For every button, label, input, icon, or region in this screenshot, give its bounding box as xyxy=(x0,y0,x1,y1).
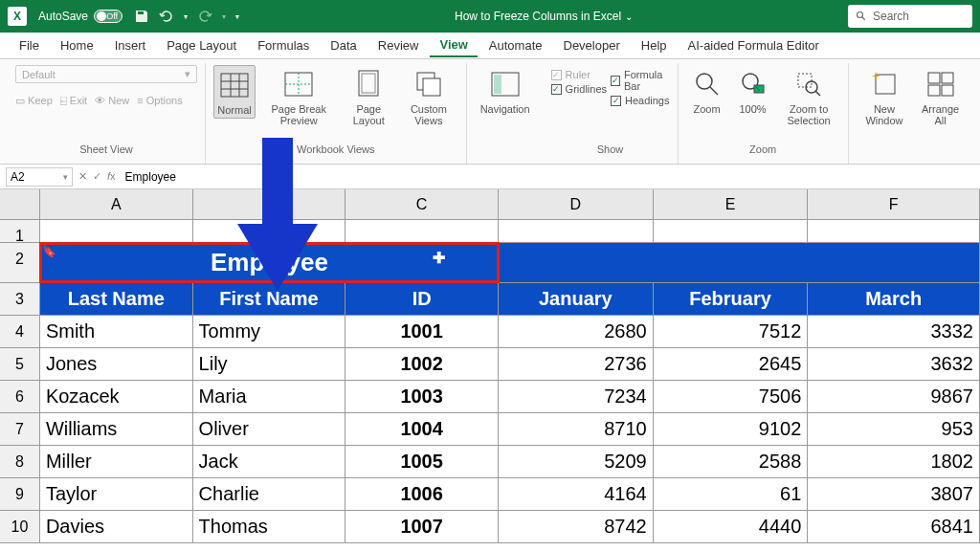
cell[interactable]: 8742 xyxy=(499,511,654,542)
cell[interactable] xyxy=(40,220,193,242)
cell[interactable]: 953 xyxy=(808,413,980,445)
row-header[interactable]: 2 xyxy=(0,243,40,282)
cell[interactable]: 3632 xyxy=(808,348,980,380)
cell[interactable]: Jack xyxy=(193,446,346,477)
zoom-100-button[interactable]: 100% xyxy=(732,65,774,117)
cell[interactable]: Davies xyxy=(40,511,193,542)
keep-button[interactable]: ▭ Keep xyxy=(15,95,53,107)
cell[interactable]: Jones xyxy=(40,348,193,380)
chevron-down-icon[interactable]: ⌄ xyxy=(625,11,633,22)
cell[interactable]: 1007 xyxy=(345,511,499,542)
tab-help[interactable]: Help xyxy=(632,34,677,56)
cell[interactable]: 1005 xyxy=(345,446,499,477)
tab-data[interactable]: Data xyxy=(321,34,366,56)
cell[interactable]: 9102 xyxy=(654,413,809,445)
sheet-view-selector[interactable]: Default▾ xyxy=(15,65,197,83)
cell[interactable]: 6841 xyxy=(808,511,980,542)
cell[interactable]: 2736 xyxy=(499,348,654,380)
cell[interactable]: 61 xyxy=(654,478,809,510)
row-header[interactable]: 7 xyxy=(0,413,40,445)
row-header[interactable]: 10 xyxy=(0,511,40,542)
cell[interactable]: 2588 xyxy=(654,446,809,477)
cell[interactable]: Lily xyxy=(193,348,346,380)
cell[interactable]: Miller xyxy=(40,446,193,477)
cell[interactable] xyxy=(499,220,654,242)
row-header[interactable]: 3 xyxy=(0,283,40,315)
row-header[interactable]: 1 xyxy=(0,220,40,242)
cell[interactable]: 2680 xyxy=(499,316,654,347)
tab-ai-formula[interactable]: AI-aided Formula Editor xyxy=(679,34,829,56)
redo-dropdown-icon[interactable]: ▾ xyxy=(222,12,226,21)
header-cell[interactable]: Last Name xyxy=(40,283,193,315)
tab-developer[interactable]: Developer xyxy=(554,34,630,56)
page-layout-button[interactable]: Page Layout xyxy=(342,65,395,128)
options-button[interactable]: ≡ Options xyxy=(137,95,182,107)
cell[interactable]: 1002 xyxy=(345,348,499,380)
cell[interactable]: Thomas xyxy=(193,511,346,542)
enter-icon[interactable]: ✓ xyxy=(93,170,101,183)
smart-tag-icon[interactable]: 🔖 xyxy=(42,245,56,258)
tab-automate[interactable]: Automate xyxy=(479,34,552,56)
fx-icon[interactable]: fx xyxy=(107,170,116,183)
cell[interactable]: Tommy xyxy=(193,316,346,347)
cancel-icon[interactable]: ✕ xyxy=(78,170,87,183)
row-header[interactable]: 6 xyxy=(0,381,40,412)
zoom-button[interactable]: Zoom xyxy=(686,65,728,117)
cell[interactable]: Oliver xyxy=(193,413,346,445)
save-icon[interactable] xyxy=(134,9,149,24)
cell[interactable]: 3332 xyxy=(808,316,980,347)
custom-views-button[interactable]: Custom Views xyxy=(399,65,458,128)
merged-cell-months[interactable] xyxy=(499,243,980,282)
cell[interactable]: 8710 xyxy=(499,413,654,445)
cell[interactable]: 5209 xyxy=(499,446,654,477)
cell[interactable]: 1006 xyxy=(345,478,499,510)
tab-review[interactable]: Review xyxy=(368,34,429,56)
cell[interactable]: 7506 xyxy=(654,381,809,412)
cell[interactable]: Maria xyxy=(193,381,346,412)
tab-insert[interactable]: Insert xyxy=(105,34,156,56)
row-header[interactable]: 4 xyxy=(0,316,40,347)
redo-icon[interactable] xyxy=(197,9,212,24)
header-cell[interactable]: March xyxy=(808,283,980,315)
cell[interactable]: 9867 xyxy=(808,381,980,412)
col-header-c[interactable]: C xyxy=(345,189,499,219)
cell[interactable]: 1003 xyxy=(345,381,499,412)
page-break-button[interactable]: Page Break Preview xyxy=(259,65,338,128)
header-cell[interactable]: February xyxy=(654,283,809,315)
cell[interactable]: 7512 xyxy=(654,316,809,347)
tab-view[interactable]: View xyxy=(430,33,477,57)
headings-checkbox[interactable]: ✓Headings xyxy=(611,95,669,106)
cell[interactable]: 7234 xyxy=(499,381,654,412)
undo-dropdown-icon[interactable]: ▾ xyxy=(184,12,188,21)
cell[interactable]: Taylor xyxy=(40,478,193,510)
tab-formulas[interactable]: Formulas xyxy=(248,34,319,56)
select-all-corner[interactable] xyxy=(0,189,40,219)
formula-bar-checkbox[interactable]: ✓Formula Bar xyxy=(611,69,669,92)
row-header[interactable]: 9 xyxy=(0,478,40,510)
cell[interactable]: 3807 xyxy=(808,478,980,510)
cell[interactable]: 4440 xyxy=(654,511,809,542)
cell[interactable] xyxy=(654,220,809,242)
cell[interactable]: 2645 xyxy=(654,348,809,380)
header-cell[interactable]: January xyxy=(499,283,654,315)
name-box[interactable]: A2▾ xyxy=(6,167,73,187)
autosave-toggle[interactable]: AutoSave Off xyxy=(38,10,122,23)
exit-button[interactable]: ⍇ Exit xyxy=(60,95,87,107)
tab-home[interactable]: Home xyxy=(51,34,103,56)
header-cell[interactable]: ID xyxy=(345,283,499,315)
cell[interactable]: 1004 xyxy=(345,413,499,445)
cell[interactable]: 1001 xyxy=(345,316,499,347)
cell[interactable]: Smith xyxy=(40,316,193,347)
row-header[interactable]: 8 xyxy=(0,446,40,477)
new-window-button[interactable]: + New Window xyxy=(857,65,912,128)
col-header-e[interactable]: E xyxy=(654,189,809,219)
cell[interactable]: 1802 xyxy=(808,446,980,477)
new-button[interactable]: 👁 New xyxy=(95,95,129,107)
cell[interactable]: Williams xyxy=(40,413,193,445)
cell[interactable] xyxy=(345,220,499,242)
search-input[interactable]: Search xyxy=(848,5,972,28)
spreadsheet-grid[interactable]: A B C D E F 1 2 🔖 Employee ✚ 3 Last Name… xyxy=(0,189,980,543)
col-header-f[interactable]: F xyxy=(808,189,980,219)
gridlines-checkbox[interactable]: ✓Gridlines xyxy=(551,83,607,95)
col-header-d[interactable]: D xyxy=(499,189,654,219)
